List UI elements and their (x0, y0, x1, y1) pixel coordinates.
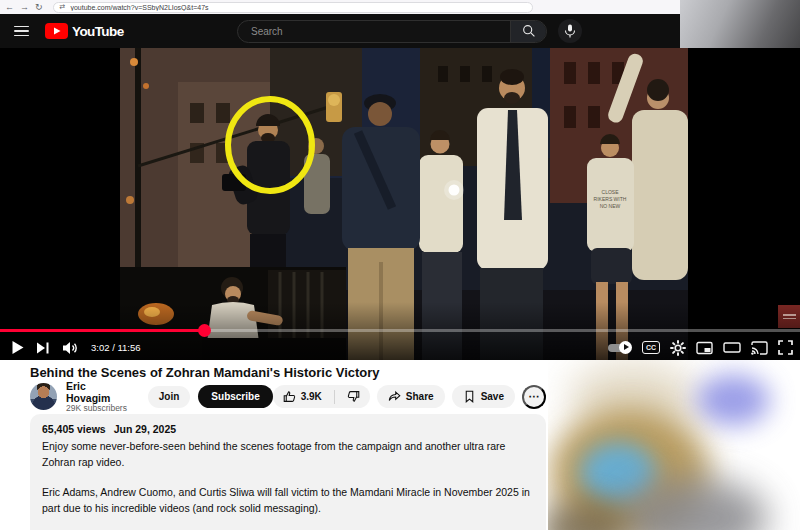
share-label: Share (406, 391, 434, 402)
back-button[interactable]: ← (5, 2, 14, 12)
upload-date: Jun 29, 2025 (114, 423, 176, 435)
like-count: 3.9K (301, 391, 322, 402)
subscribe-button[interactable]: Subscribe (198, 385, 272, 408)
theater-button[interactable] (723, 341, 741, 354)
autoplay-toggle[interactable] (608, 341, 632, 355)
join-button[interactable]: Join (148, 386, 191, 408)
search-input[interactable] (238, 21, 510, 42)
like-dislike-pill: 3.9K (273, 385, 370, 408)
share-icon (388, 390, 401, 403)
autoplay-knob (619, 341, 632, 354)
youtube-logo[interactable]: YouTube (45, 23, 124, 39)
app-window: ← → ↻ ⇄ youtube.com/watch?v=SSbyN2LIosQ&… (0, 0, 800, 530)
bookmark-icon (463, 390, 476, 403)
play-icon (12, 341, 24, 354)
next-button[interactable] (37, 342, 49, 354)
mic-icon (564, 24, 576, 38)
mic-button[interactable] (558, 19, 582, 43)
progress-bar[interactable] (0, 329, 800, 332)
thumbs-down-icon (347, 390, 360, 403)
gear-icon (670, 340, 686, 356)
save-button[interactable]: Save (452, 385, 515, 408)
channel-name[interactable]: Eric Hovagim (66, 380, 128, 404)
channel-subscribers: 29K subscribers (66, 404, 128, 414)
forward-button[interactable]: → (20, 2, 29, 12)
volume-icon (62, 341, 78, 355)
youtube-masthead: YouTube (0, 14, 680, 48)
svg-text:NO NEW: NO NEW (600, 203, 621, 209)
description-paragraph: Eric Adams, Andrew Cuomo, and Curtis Sli… (42, 485, 534, 517)
search-icon (522, 24, 536, 38)
cast-icon (751, 341, 768, 355)
menu-button[interactable] (14, 23, 29, 40)
theater-icon (723, 341, 741, 354)
dislike-button[interactable] (347, 390, 360, 403)
more-button[interactable]: ⋯ (522, 385, 546, 409)
fullscreen-icon (778, 340, 793, 355)
url-text: youtube.com/watch?v=SSbyN2LIosQ&t=47s (70, 4, 208, 11)
cc-button[interactable]: CC (642, 341, 660, 354)
cast-button[interactable] (751, 341, 768, 355)
save-label: Save (481, 391, 504, 402)
description-box[interactable]: 65,405 viewsJun 29, 2025 Enjoy some neve… (30, 414, 546, 530)
time-display: 3:02 / 11:56 (91, 342, 140, 353)
player-controls: 3:02 / 11:56 CC (0, 335, 800, 360)
progress-played (0, 329, 205, 332)
recommendations-blur-panel (548, 360, 800, 530)
like-divider (334, 390, 335, 404)
next-icon (37, 342, 49, 354)
thumbs-up-icon (283, 390, 296, 403)
channel-avatar[interactable] (30, 383, 57, 410)
share-button[interactable]: Share (377, 385, 445, 408)
miniplayer-icon (696, 341, 713, 355)
address-bar[interactable]: ⇄ youtube.com/watch?v=SSbyN2LIosQ&t=47s (53, 2, 533, 13)
video-title: Behind the Scenes of Zohran Mamdani's Hi… (30, 365, 560, 380)
like-button[interactable]: 3.9K (283, 390, 322, 403)
view-count: 65,405 views (42, 423, 106, 435)
svg-text:CLOSE: CLOSE (602, 189, 620, 195)
more-icon: ⋯ (529, 390, 540, 403)
settings-button[interactable] (670, 340, 686, 356)
fullscreen-button[interactable] (778, 340, 793, 355)
play-button[interactable] (12, 341, 24, 354)
background-window-corner (680, 0, 800, 48)
miniplayer-button[interactable] (696, 341, 713, 355)
blurred-element (696, 374, 770, 426)
video-player[interactable]: CLOSE RIKERS WITH NO NEW (0, 48, 800, 360)
search-button[interactable] (510, 21, 546, 42)
volume-button[interactable] (62, 341, 78, 355)
description-meta: 65,405 viewsJun 29, 2025 (42, 422, 534, 438)
tab-switch-icon: ⇄ (60, 3, 66, 11)
reload-button[interactable]: ↻ (35, 2, 43, 12)
youtube-logo-text: YouTube (72, 24, 124, 39)
svg-text:RIKERS WITH: RIKERS WITH (594, 196, 627, 202)
browser-toolbar: ← → ↻ ⇄ youtube.com/watch?v=SSbyN2LIosQ&… (0, 0, 680, 14)
channel-row: Eric Hovagim 29K subscribers Join Subscr… (30, 383, 546, 410)
description-paragraph: Enjoy some never-before-seen behind the … (42, 439, 534, 471)
youtube-play-icon (45, 23, 68, 39)
